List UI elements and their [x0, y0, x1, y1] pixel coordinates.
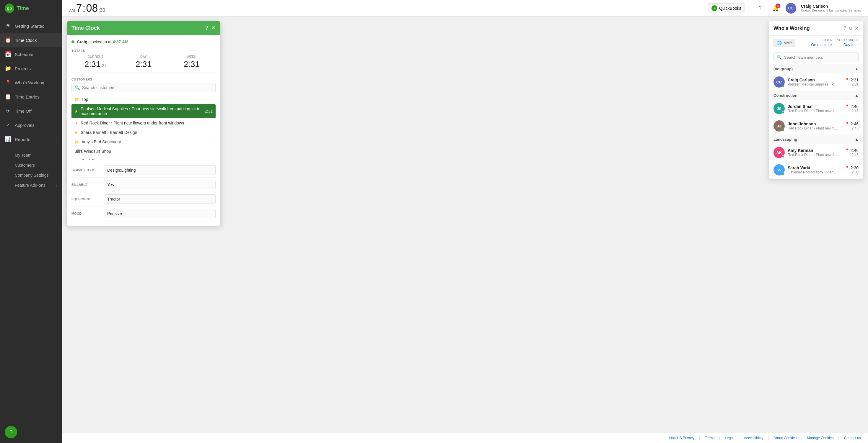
- member-john-johnson[interactable]: JJ John Johnson Red Rock Diner › Plant n…: [769, 117, 863, 135]
- user-company: Craig's Design and Landscaping Services: [801, 8, 861, 12]
- folder-icon: 📁: [74, 140, 79, 144]
- star-icon: ★: [74, 130, 78, 135]
- list-item[interactable]: 📁 Cool Cars ›: [71, 156, 216, 160]
- mood-value[interactable]: Pensive: [104, 209, 216, 218]
- sidebar-item-getting-started[interactable]: ⚑ Getting Started: [0, 19, 62, 33]
- footer-link-accessibility[interactable]: Accessibility: [744, 436, 763, 440]
- footer-sep: |: [801, 436, 802, 440]
- modal-header-actions: ? ✕: [205, 25, 216, 31]
- member-jordan-small[interactable]: JS Jordan Small Red Rock Diner › Plant n…: [769, 100, 863, 117]
- customers-section: CUSTOMERS 🔍 📁 Top ★: [71, 77, 216, 160]
- billable-row: BILLABLE Yes: [71, 177, 216, 192]
- clocked-in-bar: Craig clocked in at 4:37 AM: [71, 39, 216, 44]
- chevron-up-icon: ▲: [855, 67, 859, 71]
- list-item-active[interactable]: ★ Paulsen Medical Supplies › Pour new si…: [71, 104, 216, 118]
- app-logo[interactable]: qb: [5, 4, 14, 13]
- location-pin-icon: 📍: [845, 78, 849, 82]
- entries-icon: 📋: [5, 94, 11, 100]
- member-craig-carlson[interactable]: CC Craig Carlson Paulsen Medical Supplie…: [769, 73, 863, 91]
- customer-name: Amy's Bird Sanctuary: [82, 139, 209, 144]
- quickbooks-button[interactable]: qb QuickBooks: [708, 3, 745, 13]
- map-button[interactable]: 🌐 MAP: [774, 39, 795, 47]
- help-button[interactable]: ?: [5, 426, 17, 438]
- footer-link-about-cookies[interactable]: About Cookies: [774, 436, 797, 440]
- help-icon-button[interactable]: ?: [755, 3, 766, 13]
- team-search-input[interactable]: [784, 55, 855, 60]
- footer-link-terms[interactable]: Terms: [705, 436, 714, 440]
- sidebar: qb Time ⚑ Getting Started ⏰ Time Clock 📅…: [0, 0, 62, 443]
- customer-name: Cool Cars: [82, 159, 209, 160]
- sidebar-item-approvals[interactable]: ✓ Approvals: [0, 118, 62, 132]
- footer-link-privacy[interactable]: Non-US Privacy: [669, 436, 694, 440]
- user-avatar[interactable]: CC: [785, 3, 796, 13]
- list-item[interactable]: ★ Shara Barnett › Barnett Design: [71, 128, 216, 137]
- whos-working-help-button[interactable]: ?: [843, 26, 846, 31]
- sidebar-item-time-entries[interactable]: 📋 Time Entries: [0, 90, 62, 104]
- footer-sep: |: [719, 436, 720, 440]
- sidebar-item-whos-working[interactable]: 📍 Who's Working: [0, 75, 62, 90]
- footer-link-manage-cookies[interactable]: Manage Cookies: [807, 436, 833, 440]
- sidebar-item-time-off[interactable]: ✈ Time Off: [0, 104, 62, 118]
- star-icon: ★: [74, 121, 78, 125]
- footer-link-contact[interactable]: Contact us: [844, 436, 861, 440]
- whos-working-title: Who's Working: [774, 25, 810, 31]
- footer-sep: |: [699, 436, 700, 440]
- modal-body: Craig clocked in at 4:37 AM TOTALS CURRE…: [67, 35, 220, 226]
- location-icon: 📍: [5, 79, 11, 86]
- whos-working-header: Who's Working ? ↻ ✕: [769, 21, 863, 36]
- modal-help-button[interactable]: ?: [205, 25, 208, 31]
- billable-label: BILLABLE: [71, 183, 104, 186]
- modal-close-button[interactable]: ✕: [211, 25, 216, 31]
- location-pin-icon: 📍: [845, 166, 849, 170]
- customers-label: CUSTOMERS: [71, 77, 216, 81]
- sidebar-item-feature-add-ons[interactable]: Feature Add-ons ›: [0, 180, 62, 190]
- service-item-row: SERVICE ITEM Design:Lighting: [71, 163, 216, 177]
- day-label: DAY: [120, 55, 168, 58]
- sidebar-item-projects[interactable]: 📁 Projects: [0, 61, 62, 75]
- sidebar-item-label: Time Clock: [15, 38, 37, 43]
- folder-icon: 📁: [74, 97, 79, 102]
- group-header-construction[interactable]: Construction ▲: [769, 91, 863, 100]
- member-amy-kerman[interactable]: AK Amy Kerman Red Rock Diner › Plant new…: [769, 144, 863, 161]
- group-header-landscaping[interactable]: Landscaping ▲: [769, 135, 863, 144]
- member-info: Amy Kerman Red Rock Diner › Plant new fl…: [788, 148, 842, 157]
- notifications-button[interactable]: 🔔 10: [770, 3, 781, 13]
- online-indicator: [71, 40, 74, 43]
- sidebar-footer: ?: [0, 421, 62, 443]
- sidebar-item-my-team[interactable]: My Team: [0, 150, 62, 160]
- sidebar-item-reports[interactable]: 📊 Reports ›: [0, 132, 62, 146]
- location-pin-icon: 📍: [845, 104, 849, 108]
- list-item[interactable]: ★ Red Rock Diner › Plant new flowers und…: [71, 118, 216, 128]
- member-name: John Johnson: [788, 122, 842, 126]
- filter-label: FILTER: [823, 39, 833, 42]
- service-item-value[interactable]: Design:Lighting: [104, 166, 216, 175]
- equipment-label: EQUIPMENT: [71, 197, 104, 201]
- main-content: AM 7 : 08 :30 qb QuickBooks ? 🔔 10 CC Cr…: [62, 0, 868, 443]
- sidebar-item-company-settings[interactable]: Company Settings: [0, 170, 62, 180]
- whos-working-close-button[interactable]: ✕: [855, 26, 859, 31]
- reports-icon: 📊: [5, 136, 11, 142]
- online-dot: [782, 155, 784, 158]
- sidebar-item-customers[interactable]: Customers: [0, 160, 62, 170]
- sidebar-item-time-clock[interactable]: ⏰ Time Clock: [0, 33, 62, 47]
- list-item[interactable]: Bill's Windsurf Shop: [71, 146, 216, 156]
- group-header-no-group[interactable]: (no group) ▲: [769, 64, 863, 73]
- billable-value[interactable]: Yes: [104, 180, 216, 189]
- list-item[interactable]: 📁 Top: [71, 95, 216, 104]
- footer-link-legal[interactable]: Legal: [725, 436, 733, 440]
- filter-value[interactable]: On the clock: [811, 42, 832, 47]
- sort-value[interactable]: Day total: [843, 42, 859, 47]
- online-dot: [782, 84, 784, 87]
- equipment-value[interactable]: Tractor: [104, 194, 216, 204]
- day-value: 2:31: [120, 60, 168, 69]
- customer-search-input[interactable]: [82, 85, 212, 90]
- sidebar-item-schedule[interactable]: 📅 Schedule: [0, 47, 62, 61]
- footer-sep: |: [768, 436, 769, 440]
- whos-working-refresh-button[interactable]: ↻: [848, 26, 852, 31]
- globe-icon: 🌐: [777, 40, 782, 45]
- check-icon: ✓: [5, 122, 11, 128]
- question-circle-icon: ?: [759, 5, 762, 11]
- member-sarah-varki[interactable]: SV Sarah Varki Gevelber Photography › Pl…: [769, 161, 863, 179]
- member-time: 📍 2:30 2:30: [845, 166, 859, 174]
- list-item[interactable]: 📁 Amy's Bird Sanctuary ›: [71, 137, 216, 146]
